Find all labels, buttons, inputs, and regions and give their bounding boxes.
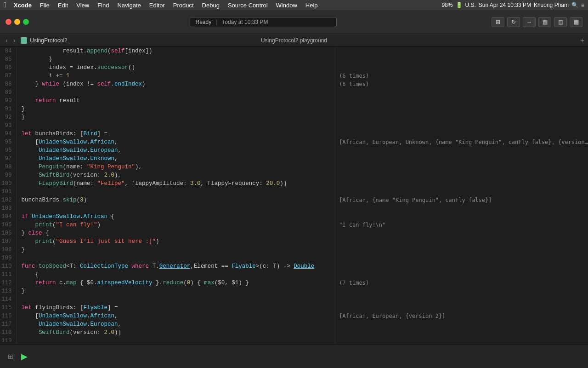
- toolbar: Ready | Today at 10:33 PM ⊞ ↻ → ▤ ▥ ▦: [0, 10, 588, 34]
- code-content[interactable]: return c.map { $0.airspeedVelocity }.red…: [17, 279, 335, 287]
- search-icon[interactable]: 🔍: [571, 2, 578, 8]
- menu-xcode[interactable]: Xcode: [10, 2, 35, 9]
- code-content[interactable]: UnladenSwallow.European,: [17, 320, 335, 328]
- layout1-button[interactable]: ▤: [538, 17, 551, 27]
- table-row: 118 SwiftBird(version: 2.0)]: [0, 328, 588, 337]
- code-content[interactable]: [17, 88, 335, 97]
- close-button[interactable]: [6, 19, 11, 25]
- menu-extras-icon[interactable]: ≡: [581, 2, 584, 8]
- result-content: [335, 97, 588, 105]
- refresh-button[interactable]: ↻: [507, 17, 520, 27]
- table-row: 86 index = index.successor(): [0, 63, 588, 72]
- layout3-button[interactable]: ▦: [570, 17, 582, 27]
- apple-menu[interactable]: : [4, 1, 6, 9]
- grid-button[interactable]: ⊞: [492, 17, 504, 27]
- code-content[interactable]: } else {: [17, 229, 335, 237]
- main-content: 84 result.append(self[index]) 85 } 86 in…: [0, 47, 588, 344]
- menu-edit[interactable]: Edit: [54, 2, 72, 9]
- table-row: 91 }: [0, 105, 588, 113]
- result-content: (6 times): [335, 80, 588, 88]
- line-number: 102: [0, 196, 17, 204]
- table-row: 100 FlappyBird(name: "Felipe", flappyAmp…: [0, 179, 588, 188]
- menu-view[interactable]: View: [73, 2, 93, 9]
- menu-file[interactable]: File: [36, 2, 53, 9]
- result-content: [335, 146, 588, 155]
- result-content: [335, 229, 588, 237]
- forward-button[interactable]: →: [523, 17, 536, 27]
- result-content: [African, European, Unknown, {name "King…: [335, 138, 588, 146]
- code-content[interactable]: }: [17, 105, 335, 113]
- code-content[interactable]: }: [17, 287, 335, 295]
- code-content[interactable]: print("I can fly!"): [17, 221, 335, 229]
- code-content[interactable]: bunchaBirds.skip(3): [17, 196, 335, 204]
- layout2-button[interactable]: ▥: [554, 17, 567, 27]
- line-number: 94: [0, 130, 17, 138]
- locale: U.S.: [465, 2, 476, 8]
- code-content[interactable]: } while (index != self.endIndex): [17, 80, 335, 88]
- table-row: 109: [0, 254, 588, 262]
- code-content[interactable]: [17, 254, 335, 262]
- code-content[interactable]: [UnladenSwallow.African,: [17, 138, 335, 146]
- code-content[interactable]: let flyingBirds: [Flyable] =: [17, 304, 335, 312]
- tab-label[interactable]: UsingProtocol2: [30, 37, 67, 44]
- line-number: 105: [0, 221, 17, 229]
- code-content[interactable]: }: [17, 246, 335, 254]
- table-row: 119: [0, 337, 588, 344]
- menu-source-control[interactable]: Source Control: [224, 2, 271, 9]
- tab-back-button[interactable]: ‹: [4, 36, 10, 45]
- code-content[interactable]: result.append(self[index]): [17, 47, 335, 55]
- play-button[interactable]: ▶: [19, 351, 29, 362]
- code-content[interactable]: index = index.successor(): [17, 63, 335, 72]
- code-content[interactable]: print("Guess I’ll just sit here :["): [17, 237, 335, 246]
- code-content[interactable]: [17, 188, 335, 196]
- code-content[interactable]: if UnladenSwallow.African {: [17, 213, 335, 221]
- menu-navigate[interactable]: Navigate: [113, 2, 144, 9]
- result-content: (7 times): [335, 279, 588, 287]
- table-row: 84 result.append(self[index]): [0, 47, 588, 55]
- table-row: 112 return c.map { $0.airspeedVelocity }…: [0, 279, 588, 287]
- menu-product[interactable]: Product: [170, 2, 198, 9]
- minimize-button[interactable]: [14, 19, 20, 25]
- traffic-lights: [6, 19, 29, 25]
- status-separator: |: [216, 19, 217, 25]
- line-number: 103: [0, 204, 17, 213]
- code-content[interactable]: return result: [17, 97, 335, 105]
- zoom-button[interactable]: [23, 19, 29, 25]
- code-content[interactable]: [UnladenSwallow.African,: [17, 312, 335, 320]
- code-content[interactable]: i += 1: [17, 72, 335, 80]
- window-title: UsingProtocol2.playground: [261, 37, 327, 44]
- code-content[interactable]: }: [17, 55, 335, 63]
- table-row: 104 if UnladenSwallow.African {: [0, 213, 588, 221]
- line-number: 115: [0, 304, 17, 312]
- menu-help[interactable]: Help: [302, 2, 322, 9]
- tab-forward-button[interactable]: ›: [11, 36, 17, 45]
- table-row: 88 } while (index != self.endIndex) (6 t…: [0, 80, 588, 88]
- code-content[interactable]: }: [17, 113, 335, 121]
- code-content[interactable]: [17, 121, 335, 130]
- table-row: 87 i += 1 (6 times): [0, 72, 588, 80]
- table-row: 93: [0, 121, 588, 130]
- menu-find[interactable]: Find: [94, 2, 113, 9]
- code-content[interactable]: [17, 337, 335, 344]
- code-content[interactable]: func topSpeed<T: CollectionType where T.…: [17, 262, 335, 270]
- line-number: 101: [0, 188, 17, 196]
- code-editor[interactable]: 84 result.append(self[index]) 85 } 86 in…: [0, 47, 588, 344]
- line-number: 119: [0, 337, 17, 344]
- code-content[interactable]: SwiftBird(version: 2.0)]: [17, 328, 335, 337]
- result-content: [335, 63, 588, 72]
- code-content[interactable]: UnladenSwallow.Unknown,: [17, 155, 335, 163]
- code-content[interactable]: Penguin(name: "King Penguin"),: [17, 163, 335, 171]
- code-content[interactable]: UnladenSwallow.European,: [17, 146, 335, 155]
- code-content[interactable]: FlappyBird(name: "Felipe", flappyAmplitu…: [17, 179, 335, 188]
- menu-editor[interactable]: Editor: [146, 2, 169, 9]
- code-content[interactable]: SwiftBird(version: 2.0),: [17, 171, 335, 179]
- code-content[interactable]: let bunchaBirds: [Bird] =: [17, 130, 335, 138]
- code-content[interactable]: [17, 204, 335, 213]
- menu-window[interactable]: Window: [272, 2, 301, 9]
- menu-debug[interactable]: Debug: [198, 2, 223, 9]
- add-tab-button[interactable]: +: [580, 36, 584, 45]
- code-content[interactable]: [17, 295, 335, 304]
- grid-icon[interactable]: ⊞: [6, 351, 16, 362]
- code-content[interactable]: {: [17, 270, 335, 279]
- table-row: 117 UnladenSwallow.European,: [0, 320, 588, 328]
